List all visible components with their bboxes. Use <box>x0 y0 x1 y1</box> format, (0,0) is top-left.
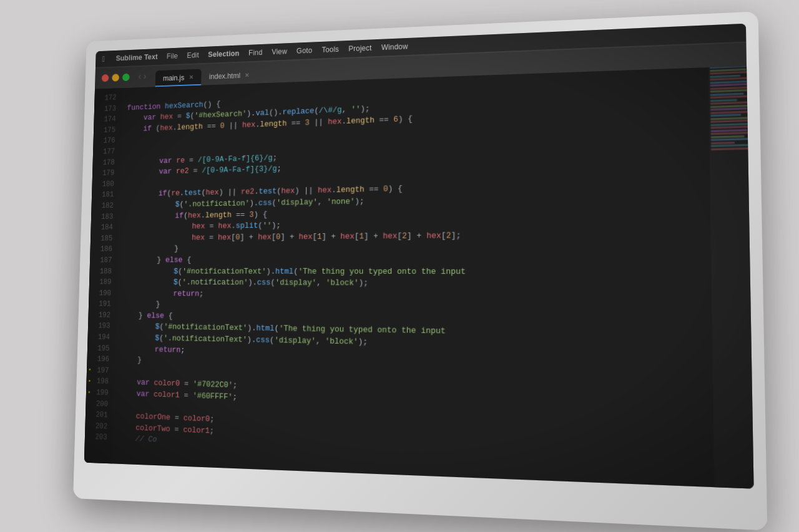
line-num-172: 172 <box>104 92 116 104</box>
line-num-183: 183 <box>101 211 114 222</box>
line-num-197: 197 <box>97 365 109 376</box>
nav-arrows: ‹ › <box>138 70 146 81</box>
mm-line <box>710 122 753 125</box>
line-num-180: 180 <box>102 178 114 190</box>
line-num-177: 177 <box>103 146 115 157</box>
tab-index-html-label: index.html <box>209 71 240 80</box>
line-num-203: 203 <box>95 432 107 443</box>
mm-line <box>710 114 740 117</box>
line-num-189: 189 <box>99 277 112 288</box>
tab-index-html-close[interactable]: ✕ <box>245 72 250 79</box>
line-num-188: 188 <box>100 266 112 277</box>
line-num-193: 193 <box>98 321 110 332</box>
line-num-187: 187 <box>100 254 112 266</box>
line-num-178: 178 <box>102 157 114 168</box>
tab-index-html[interactable]: index.html ✕ <box>201 67 258 85</box>
minimize-button[interactable] <box>112 73 119 80</box>
maximize-button[interactable] <box>122 73 130 80</box>
tab-main-js-label: main.js <box>163 74 184 82</box>
line-num-182: 182 <box>101 200 114 211</box>
mm-line <box>711 137 754 140</box>
line-num-186: 186 <box>100 244 112 255</box>
menu-goto[interactable]: Goto <box>297 46 312 55</box>
line-num-199: 199 <box>96 387 109 399</box>
mm-line <box>710 92 743 95</box>
line-num-190: 190 <box>99 288 112 299</box>
menu-tools[interactable]: Tools <box>321 45 339 54</box>
tab-main-js-close[interactable]: ✕ <box>189 74 193 80</box>
line-num-198: 198 <box>97 376 109 387</box>
editor-inner: 172 173 174 175 176 177 178 179 180 181 … <box>84 65 754 488</box>
line-num-202: 202 <box>96 420 108 432</box>
line-num-176: 176 <box>103 135 115 147</box>
mm-line <box>711 135 744 138</box>
mm-line <box>710 74 740 77</box>
line-num-201: 201 <box>96 409 108 421</box>
laptop-frame:  Sublime Text File Edit Selection Find … <box>73 11 767 530</box>
traffic-lights <box>102 73 130 82</box>
tab-bar: main.js ✕ index.html ✕ <box>155 60 258 87</box>
menu-project[interactable]: Project <box>348 44 371 53</box>
line-num-192: 192 <box>99 309 111 321</box>
mm-line <box>711 128 747 132</box>
mm-line <box>711 141 735 143</box>
line-num-185: 185 <box>100 233 113 244</box>
mm-line <box>710 107 747 110</box>
menu-selection[interactable]: Selection <box>208 49 240 59</box>
menu-find[interactable]: Find <box>248 48 263 57</box>
screen:  Sublime Text File Edit Selection Find … <box>84 23 754 488</box>
mm-line <box>711 147 753 150</box>
line-num-181: 181 <box>102 190 114 201</box>
line-num-196: 196 <box>97 354 110 365</box>
line-num-200: 200 <box>96 398 109 410</box>
code-line-187: } else { <box>123 253 711 266</box>
line-num-195: 195 <box>97 342 110 354</box>
minimap-content <box>708 65 754 152</box>
close-button[interactable] <box>102 74 109 81</box>
line-num-174: 174 <box>104 114 115 125</box>
minimap <box>708 65 754 488</box>
forward-arrow[interactable]: › <box>144 70 147 81</box>
mm-line <box>710 99 737 102</box>
back-arrow[interactable]: ‹ <box>138 71 141 82</box>
line-num-194: 194 <box>98 332 110 343</box>
menu-sublime-text[interactable]: Sublime Text <box>115 52 157 62</box>
code-line-188: $('#notificationText').html('The thing y… <box>122 265 711 278</box>
line-num-173: 173 <box>104 103 116 114</box>
menu-view[interactable]: View <box>272 47 287 56</box>
menu-edit[interactable]: Edit <box>187 51 199 59</box>
line-num-191: 191 <box>99 299 111 310</box>
mm-line <box>711 143 754 147</box>
apple-icon:  <box>102 54 105 64</box>
editor: 172 173 174 175 176 177 178 179 180 181 … <box>84 65 754 488</box>
line-num-184: 184 <box>100 222 113 233</box>
mm-line <box>710 119 750 122</box>
menu-file[interactable]: File <box>167 52 178 60</box>
tab-main-js[interactable]: main.js ✕ <box>155 69 201 87</box>
menu-window[interactable]: Window <box>381 42 408 51</box>
code-area[interactable]: function hexSearch() { var hex = $('#hex… <box>112 65 715 488</box>
line-num-175: 175 <box>104 125 115 136</box>
line-num-179: 179 <box>102 168 115 179</box>
